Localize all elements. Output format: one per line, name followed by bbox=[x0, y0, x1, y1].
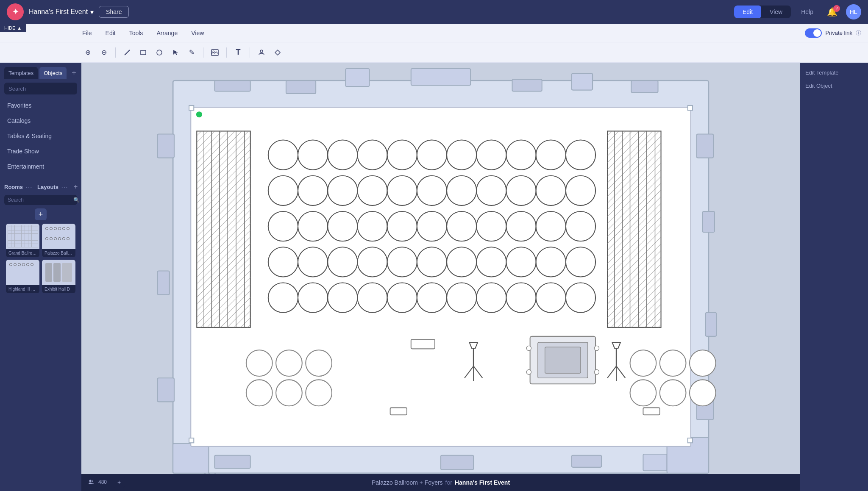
table[interactable] bbox=[357, 247, 387, 277]
edit-object-button[interactable]: Edit Object bbox=[805, 83, 863, 89]
event-title[interactable]: Hanna's First Event ▾ bbox=[29, 8, 94, 16]
table[interactable] bbox=[690, 380, 716, 406]
table[interactable] bbox=[536, 211, 566, 241]
table[interactable] bbox=[566, 176, 595, 205]
add-tab-button[interactable]: + bbox=[68, 67, 80, 79]
sidebar-item-catalogs[interactable]: Catalogs bbox=[0, 113, 81, 128]
table[interactable] bbox=[417, 211, 447, 241]
table[interactable] bbox=[357, 140, 387, 170]
image-tool-button[interactable] bbox=[208, 45, 222, 60]
table[interactable] bbox=[536, 176, 566, 205]
help-button[interactable]: Help bbox=[796, 6, 818, 18]
table[interactable] bbox=[566, 247, 595, 277]
table[interactable] bbox=[387, 247, 417, 277]
line-tool-button[interactable] bbox=[120, 45, 134, 60]
table[interactable] bbox=[476, 247, 506, 277]
table[interactable] bbox=[506, 211, 536, 241]
table[interactable] bbox=[536, 283, 566, 313]
table[interactable] bbox=[306, 380, 332, 406]
select-tool-button[interactable] bbox=[168, 45, 183, 60]
info-icon[interactable]: ⓘ bbox=[856, 29, 861, 37]
table[interactable] bbox=[506, 140, 536, 170]
edit-mode-button[interactable]: Edit bbox=[734, 6, 761, 18]
layout-card-highland[interactable]: Highland III & IV bbox=[6, 260, 39, 293]
floor-plan-svg[interactable]: 20 ft bbox=[81, 63, 800, 491]
add-layout-button[interactable]: + bbox=[70, 181, 81, 192]
left-screen-object[interactable] bbox=[197, 131, 250, 327]
table[interactable] bbox=[298, 176, 328, 205]
table[interactable] bbox=[506, 283, 536, 313]
table[interactable] bbox=[328, 247, 357, 277]
table[interactable] bbox=[417, 247, 447, 277]
menu-file[interactable]: File bbox=[81, 28, 94, 38]
table[interactable] bbox=[328, 211, 357, 241]
table[interactable] bbox=[690, 350, 716, 376]
table[interactable] bbox=[268, 247, 298, 277]
table[interactable] bbox=[660, 350, 686, 376]
app-logo[interactable]: ✦ bbox=[7, 3, 24, 20]
table[interactable] bbox=[630, 350, 657, 376]
corner-handle-bl[interactable] bbox=[189, 438, 194, 443]
table[interactable] bbox=[268, 283, 298, 313]
table[interactable] bbox=[506, 247, 536, 277]
hide-button[interactable]: HIDE ▲ bbox=[0, 24, 26, 32]
rooms-options-icon[interactable]: ⋯ bbox=[25, 183, 32, 191]
corner-handle-br[interactable] bbox=[688, 438, 693, 443]
table[interactable] bbox=[506, 176, 536, 205]
table[interactable] bbox=[417, 283, 447, 313]
table[interactable] bbox=[276, 380, 302, 406]
edit-template-button[interactable]: Edit Template bbox=[805, 69, 863, 76]
table[interactable] bbox=[630, 380, 657, 406]
table[interactable] bbox=[268, 211, 298, 241]
pen-tool-button[interactable]: ✎ bbox=[184, 45, 199, 60]
table[interactable] bbox=[536, 140, 566, 170]
table[interactable] bbox=[306, 350, 332, 376]
table[interactable] bbox=[387, 283, 417, 313]
add-room-button[interactable]: + bbox=[35, 208, 47, 220]
sidebar-item-entertainment[interactable]: Entertainment bbox=[0, 159, 81, 174]
table[interactable] bbox=[566, 140, 595, 170]
layouts-options-icon[interactable]: ⋯ bbox=[61, 183, 68, 191]
table[interactable] bbox=[387, 140, 417, 170]
table[interactable] bbox=[246, 350, 273, 376]
corner-handle-tl[interactable] bbox=[189, 105, 194, 110]
rect-tool-button[interactable] bbox=[136, 45, 150, 60]
table[interactable] bbox=[268, 140, 298, 170]
sidebar-item-tables-seating[interactable]: Tables & Seating bbox=[0, 128, 81, 144]
table[interactable] bbox=[476, 140, 506, 170]
podium-area[interactable] bbox=[526, 336, 599, 384]
table[interactable] bbox=[387, 211, 417, 241]
table[interactable] bbox=[447, 211, 476, 241]
menu-arrange[interactable]: Arrange bbox=[155, 28, 179, 38]
view-mode-button[interactable]: View bbox=[761, 6, 791, 18]
table[interactable] bbox=[357, 176, 387, 205]
table[interactable] bbox=[328, 283, 357, 313]
table[interactable] bbox=[298, 140, 328, 170]
table[interactable] bbox=[276, 350, 302, 376]
table[interactable] bbox=[566, 283, 595, 313]
menu-edit[interactable]: Edit bbox=[104, 28, 117, 38]
table[interactable] bbox=[476, 283, 506, 313]
layout-card-exhibit-hall-d[interactable]: Exhibit Hall D bbox=[42, 260, 75, 293]
right-screen-object[interactable] bbox=[607, 131, 661, 327]
circle-tool-button[interactable] bbox=[152, 45, 167, 60]
table[interactable] bbox=[328, 140, 357, 170]
room-search-input[interactable] bbox=[8, 197, 71, 203]
sidebar-item-trade-show[interactable]: Trade Show bbox=[0, 144, 81, 159]
shape-tool-button[interactable] bbox=[270, 45, 285, 60]
table[interactable] bbox=[387, 176, 417, 205]
table[interactable] bbox=[447, 140, 476, 170]
table[interactable] bbox=[417, 176, 447, 205]
tab-templates[interactable]: Templates bbox=[4, 67, 38, 79]
add-person-button[interactable]: + bbox=[114, 477, 125, 488]
table[interactable] bbox=[447, 176, 476, 205]
table[interactable] bbox=[660, 380, 686, 406]
menu-view[interactable]: View bbox=[189, 28, 206, 38]
zoom-out-button[interactable]: ⊖ bbox=[97, 45, 111, 60]
table[interactable] bbox=[417, 140, 447, 170]
notifications-button[interactable]: 🔔 2 bbox=[823, 5, 841, 19]
sidebar-item-favorites[interactable]: Favorites bbox=[0, 98, 81, 113]
table[interactable] bbox=[536, 247, 566, 277]
menu-tools[interactable]: Tools bbox=[128, 28, 145, 38]
private-link-toggle[interactable] bbox=[805, 28, 822, 38]
